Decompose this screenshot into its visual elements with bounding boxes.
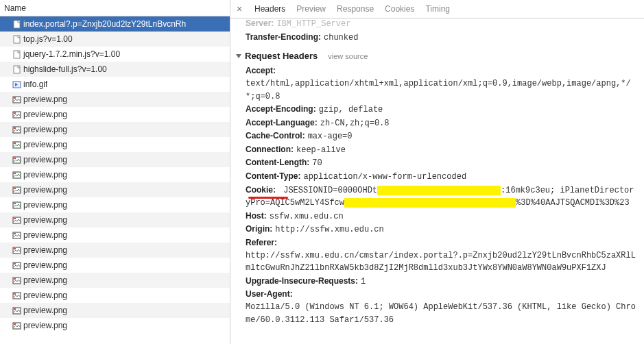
- header-row: Upgrade-Insecure-Requests:1: [246, 275, 639, 288]
- redacted-highlight: [377, 186, 501, 195]
- file-row[interactable]: preview.png: [0, 288, 230, 303]
- file-name: preview.png: [23, 110, 67, 119]
- tab-headers[interactable]: Headers: [254, 3, 286, 15]
- image-icon: [12, 291, 21, 300]
- file-row[interactable]: preview.png: [0, 318, 230, 333]
- request-headers-section: Request Headers view source Accept:text/…: [236, 49, 639, 326]
- file-row[interactable]: preview.png: [0, 273, 230, 288]
- header-row: Host:ssfw.xmu.edu.cn: [246, 210, 639, 223]
- header-row: User-Agent:Mozilla/5.0 (Windows NT 6.1; …: [246, 288, 639, 326]
- file-name: preview.png: [23, 200, 67, 210]
- svg-rect-13: [14, 127, 16, 129]
- tab-timing[interactable]: Timing: [425, 3, 451, 15]
- header-row: Connection:keep-alive: [246, 143, 639, 157]
- file-row[interactable]: preview.png: [0, 303, 230, 318]
- file-row[interactable]: top.js?v=1.00: [0, 32, 230, 47]
- file-name: preview.png: [23, 215, 67, 225]
- name-column-header[interactable]: Name: [0, 0, 230, 16]
- file-row[interactable]: preview.png: [0, 228, 230, 243]
- svg-rect-1: [14, 36, 20, 43]
- svg-rect-2: [14, 51, 20, 58]
- image-icon: [12, 140, 21, 149]
- svg-rect-19: [14, 158, 16, 159]
- svg-rect-37: [14, 248, 16, 249]
- file-row[interactable]: preview.png: [0, 92, 230, 107]
- svg-rect-34: [14, 233, 16, 234]
- file-name: jquery-1.7.2.min.js?v=1.00: [23, 49, 120, 59]
- header-row: Cache-Control:max-age=0: [246, 130, 639, 143]
- file-row[interactable]: preview.png: [0, 167, 230, 182]
- file-row[interactable]: preview.png: [0, 212, 230, 228]
- image-icon: [12, 171, 21, 180]
- tab-preview[interactable]: Preview: [296, 3, 326, 15]
- annotation-underline: [248, 197, 288, 199]
- file-row[interactable]: preview.png: [0, 258, 230, 273]
- close-icon[interactable]: ×: [235, 4, 244, 14]
- file-name: preview.png: [23, 245, 67, 255]
- file-row[interactable]: preview.png: [0, 243, 230, 258]
- file-name: preview.png: [23, 275, 67, 285]
- file-name: index.portal?.p=Znxjb20ud2lzY29tLnBvcnRh: [23, 19, 186, 29]
- chevron-down-icon[interactable]: [236, 54, 241, 58]
- svg-rect-31: [14, 218, 16, 219]
- file-name: preview.png: [23, 140, 67, 149]
- file-list[interactable]: index.portal?.p=Znxjb20ud2lzY29tLnBvcnRh…: [0, 16, 230, 344]
- image-icon: [12, 276, 21, 285]
- svg-rect-43: [14, 278, 16, 280]
- file-name: preview.png: [23, 170, 67, 180]
- file-row[interactable]: highslide-full.js?v=1.00: [0, 62, 230, 77]
- header-row: Transfer-Encoding: chunked: [246, 31, 639, 45]
- view-source-link[interactable]: view source: [328, 51, 368, 62]
- tab-cookies[interactable]: Cookies: [384, 3, 415, 15]
- image-icon: [12, 306, 21, 315]
- document-icon: [12, 35, 21, 44]
- file-row[interactable]: jquery-1.7.2.min.js?v=1.00: [0, 47, 230, 62]
- tab-response[interactable]: Response: [336, 3, 374, 15]
- file-name: preview.png: [23, 155, 67, 164]
- header-row: Accept:text/html,application/xhtml+xml,a…: [246, 64, 639, 103]
- details-tabstrip: × HeadersPreviewResponseCookiesTiming: [230, 0, 644, 19]
- header-row: Origin:http://ssfw.xmu.edu.cn: [246, 223, 639, 236]
- image-icon: [12, 261, 21, 270]
- svg-rect-52: [14, 323, 16, 325]
- file-name: preview.png: [23, 230, 67, 240]
- svg-rect-0: [14, 21, 20, 28]
- file-name: preview.png: [23, 321, 67, 330]
- file-name: preview.png: [23, 306, 67, 315]
- document-icon: [12, 20, 21, 29]
- file-row[interactable]: preview.png: [0, 137, 230, 152]
- details-panel: × HeadersPreviewResponseCookiesTiming Se…: [230, 0, 644, 344]
- image-icon: [12, 125, 21, 134]
- document-icon: [12, 50, 21, 59]
- image-icon: [12, 95, 21, 104]
- file-row[interactable]: preview.png: [0, 152, 230, 167]
- svg-rect-49: [14, 308, 16, 310]
- image-icon: [12, 156, 21, 164]
- file-name: top.js?v=1.00: [23, 34, 73, 44]
- file-row[interactable]: preview.png: [0, 197, 230, 212]
- headers-content[interactable]: Server: IBM_HTTP_Server Transfer-Encodin…: [230, 19, 644, 344]
- file-name: highslide-full.js?v=1.00: [23, 64, 107, 74]
- image-icon: [12, 201, 21, 210]
- file-name: preview.png: [23, 125, 67, 134]
- network-file-panel: Name index.portal?.p=Znxjb20ud2lzY29tLnB…: [0, 0, 230, 344]
- image-icon: [12, 110, 21, 119]
- file-row[interactable]: preview.png: [0, 107, 230, 122]
- file-row[interactable]: info.gif: [0, 77, 230, 92]
- header-row: Accept-Encoding:gzip, deflate: [246, 103, 639, 116]
- file-row[interactable]: preview.png: [0, 122, 230, 137]
- header-row: Referer:http://ssfw.xmu.edu.cn/cmstar/in…: [246, 236, 639, 275]
- image-icon: [12, 321, 21, 330]
- file-row[interactable]: preview.png: [0, 182, 230, 197]
- redacted-highlight: [344, 198, 516, 208]
- header-row: Content-Type:application/x-www-form-urle…: [246, 170, 639, 184]
- file-name: preview.png: [23, 291, 67, 300]
- svg-rect-46: [14, 293, 16, 295]
- svg-rect-28: [14, 203, 16, 204]
- file-name: preview.png: [23, 260, 67, 270]
- file-row[interactable]: index.portal?.p=Znxjb20ud2lzY29tLnBvcnRh: [0, 16, 230, 32]
- svg-rect-10: [14, 112, 16, 114]
- header-row: Server: IBM_HTTP_Server: [246, 19, 639, 31]
- file-name: preview.png: [23, 185, 67, 195]
- svg-rect-16: [14, 143, 16, 144]
